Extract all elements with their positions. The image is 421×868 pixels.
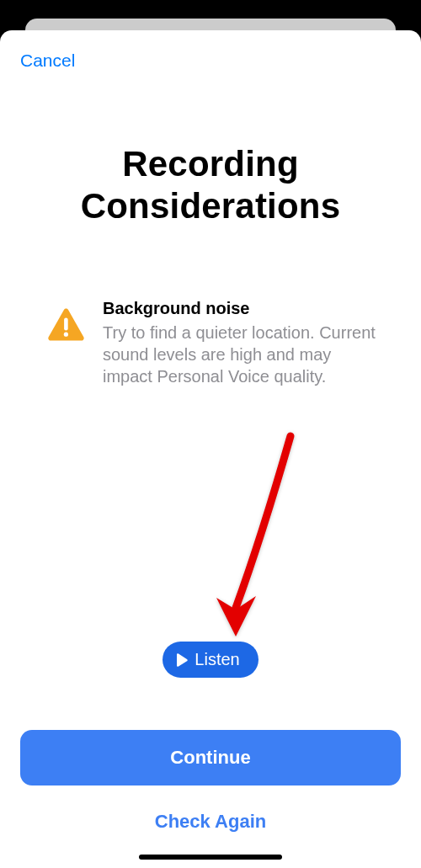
nav-bar: Cancel [0,30,421,79]
check-again-button[interactable]: Check Again [20,794,401,838]
listen-wrap: Listen [20,642,401,678]
content-area: Recording Considerations Background nois… [0,79,421,730]
consideration-text: Background noise Try to find a quieter l… [103,299,376,387]
play-icon [176,653,188,667]
consideration-row: Background noise Try to find a quieter l… [20,299,401,387]
warning-triangle-icon [45,306,86,346]
continue-button[interactable]: Continue [20,730,401,785]
home-indicator [139,855,282,860]
listen-label: Listen [195,650,239,669]
bottom-actions: Continue Check Again [0,730,421,868]
consideration-body: Try to find a quieter location. Current … [103,322,376,387]
listen-button[interactable]: Listen [163,642,258,678]
svg-rect-0 [64,318,68,331]
svg-point-1 [64,333,68,337]
modal-sheet: Cancel Recording Considerations Backgrou… [0,30,421,868]
cancel-button[interactable]: Cancel [20,51,75,71]
consideration-heading: Background noise [103,299,376,318]
page-title: Recording Considerations [20,143,401,226]
